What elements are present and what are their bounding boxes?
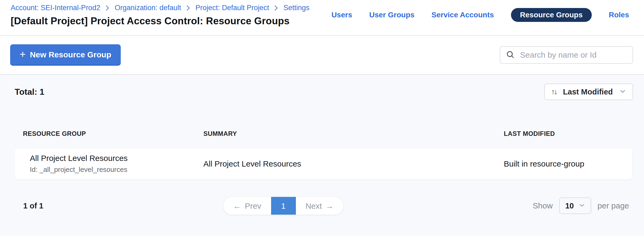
tab-service-accounts[interactable]: Service Accounts [432,8,494,22]
resource-group-id: Id: _all_project_level_resources [30,165,203,174]
tab-resource-groups[interactable]: Resource Groups [511,8,592,22]
page-size-value: 10 [565,202,574,210]
search-input[interactable] [520,50,627,60]
breadcrumb-settings[interactable]: Settings [283,3,309,12]
per-page-label: per page [598,201,629,210]
pagination-row: 1 of 1 ← Prev 1 Next → Show 10 per page [0,197,644,215]
breadcrumb: Account: SEI-Internal-Prod2 Organization… [11,3,309,12]
page-size-control: Show 10 per page [533,198,629,214]
pager: ← Prev 1 Next → [223,197,343,215]
prev-label: Prev [245,201,261,210]
page-title: [Default Project] Project Access Control… [11,15,309,27]
arrow-right-icon: → [326,201,334,210]
page-size-select[interactable]: 10 [559,198,591,214]
current-page-button[interactable]: 1 [271,197,296,215]
column-header-last-modified: LAST MODIFIED [504,130,632,137]
breadcrumb-project[interactable]: Project: Default Project [195,3,269,12]
sort-dropdown[interactable]: ↑↓ Last Modified [544,84,633,100]
search-box[interactable] [500,46,633,64]
breadcrumb-account[interactable]: Account: SEI-Internal-Prod2 [11,3,100,12]
table-row[interactable]: All Project Level Resources Id: _all_pro… [15,148,632,179]
breadcrumb-organization[interactable]: Organization: default [115,3,181,12]
plus-icon: + [20,49,26,59]
prev-page-button[interactable]: ← Prev [223,197,271,215]
toolbar: + New Resource Group [0,36,644,75]
chevron-right-icon [104,4,110,12]
column-header-resource-group: RESOURCE GROUP [23,130,203,137]
sort-arrows-icon: ↑↓ [551,88,557,96]
access-control-tabs: Users User Groups Service Accounts Resou… [331,8,629,22]
new-resource-group-label: New Resource Group [30,50,111,59]
column-header-summary: SUMMARY [203,130,504,137]
resource-group-cell: All Project Level Resources Id: _all_pro… [30,154,203,174]
chevron-right-icon [273,4,279,12]
chevron-down-icon [619,88,626,96]
total-count: Total: 1 [15,87,44,97]
resource-group-name: All Project Level Resources [30,154,203,163]
summary-cell: All Project Level Resources [203,159,504,168]
tab-users[interactable]: Users [331,8,352,22]
tab-user-groups[interactable]: User Groups [369,8,414,22]
resource-group-list-section: Total: 1 ↑↓ Last Modified RESOURCE GROUP… [0,75,644,236]
page-range-label: 1 of 1 [23,202,43,210]
chevron-down-icon [579,202,585,210]
page-header: Account: SEI-Internal-Prod2 Organization… [0,0,644,36]
show-label: Show [533,201,553,210]
next-label: Next [305,201,322,210]
tab-roles[interactable]: Roles [609,8,629,22]
search-icon [506,50,515,60]
sort-selected-value: Last Modified [561,88,614,96]
next-page-button[interactable]: Next → [296,197,344,215]
chevron-right-icon [185,4,191,12]
new-resource-group-button[interactable]: + New Resource Group [10,44,121,66]
arrow-left-icon: ← [233,201,241,210]
header-left: Account: SEI-Internal-Prod2 Organization… [11,3,309,27]
table-header-row: RESOURCE GROUP SUMMARY LAST MODIFIED [15,130,632,137]
list-toolbar: Total: 1 ↑↓ Last Modified [0,75,644,100]
last-modified-cell: Built in resource-group [504,159,632,168]
